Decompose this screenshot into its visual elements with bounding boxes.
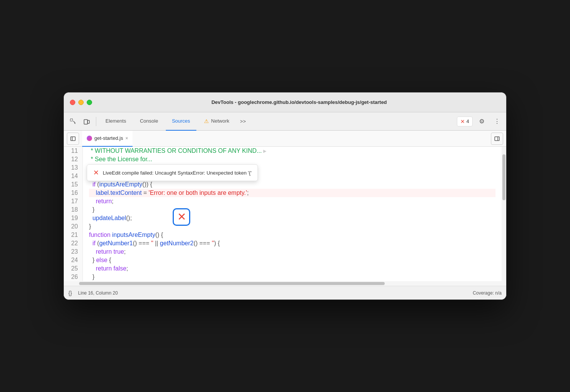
- code-line-22: if ( getNumber1 () === '' || getNumber2 …: [89, 239, 496, 248]
- code-line-24: } else {: [89, 256, 496, 264]
- code-line-19: updateLabel ();: [89, 214, 496, 222]
- line-num-18: 18: [68, 206, 78, 214]
- line-num-19: 19: [68, 214, 78, 222]
- file-tab-color-icon: [87, 136, 92, 141]
- cursor-position: Line 16, Column 20: [78, 290, 118, 296]
- svg-rect-5: [495, 137, 499, 141]
- line-num-22: 22: [68, 239, 78, 248]
- devtools-toolbar: Elements Console Sources ⚠ Network >> ✕ …: [64, 112, 506, 131]
- line-numbers: 11 12 13 14 15 16 17 18 19 20 21 22 23 2…: [64, 147, 83, 281]
- network-warning-icon: ⚠: [204, 118, 209, 124]
- svg-rect-2: [87, 120, 89, 123]
- window-title: DevTools - googlechrome.github.io/devtoo…: [98, 99, 500, 105]
- minimize-button[interactable]: [78, 100, 84, 105]
- line-num-23: 23: [68, 248, 78, 256]
- code-line-16: label . textContent = 'Error: one or bot…: [89, 189, 496, 197]
- code-line-11: * WITHOUT WARRANTIES OR CONDITIONS OF AN…: [89, 147, 496, 155]
- error-circle-overlay: ✕: [173, 208, 190, 226]
- error-tooltip-message: LiveEdit compile failed: Uncaught Syntax…: [103, 170, 251, 176]
- code-line-15: if ( inputsAreEmpty ()) {: [89, 180, 496, 189]
- horizontal-scrollbar-thumb[interactable]: [79, 282, 385, 285]
- file-tab-name: get-started.js: [94, 135, 123, 141]
- close-button[interactable]: [70, 100, 75, 105]
- code-line-17: return ;: [89, 197, 496, 206]
- vertical-scrollbar[interactable]: [502, 147, 506, 281]
- line-num-13: 13: [68, 164, 78, 172]
- line-num-24: 24: [68, 256, 78, 264]
- file-tab-close-button[interactable]: ×: [125, 136, 128, 141]
- device-toggle-icon[interactable]: [81, 115, 93, 128]
- toolbar-divider-1: [96, 117, 96, 126]
- line-num-12: 12: [68, 155, 78, 164]
- devtools-window: DevTools - googlechrome.github.io/devtoo…: [63, 92, 507, 300]
- error-badge-icon: ✕: [460, 118, 465, 125]
- error-tooltip-icon: ✕: [93, 168, 99, 177]
- more-tabs-button[interactable]: >>: [237, 118, 249, 124]
- line-num-20: 20: [68, 222, 78, 231]
- settings-icon[interactable]: ⚙: [476, 115, 488, 128]
- error-circle-icon: ✕: [177, 212, 186, 222]
- code-line-23: return true ;: [89, 248, 496, 256]
- line-num-14: 14: [68, 172, 78, 180]
- code-area: ✕ LiveEdit compile failed: Uncaught Synt…: [64, 147, 506, 286]
- line-num-17: 17: [68, 197, 78, 206]
- more-options-icon[interactable]: ⋮: [491, 115, 503, 128]
- error-tooltip: ✕ LiveEdit compile failed: Uncaught Synt…: [87, 164, 258, 181]
- file-tab-get-started[interactable]: get-started.js ×: [82, 131, 133, 147]
- maximize-button[interactable]: [87, 100, 92, 105]
- line-num-16: 16: [68, 189, 78, 197]
- horizontal-scrollbar[interactable]: [64, 281, 506, 286]
- select-element-icon[interactable]: [67, 115, 79, 128]
- code-line-20: }: [89, 222, 496, 231]
- format-braces-icon[interactable]: {}: [68, 290, 72, 296]
- line-num-11: 11: [68, 147, 78, 155]
- line-num-21: 21: [68, 231, 78, 239]
- coverage-status: Coverage: n/a: [473, 290, 502, 296]
- title-bar: DevTools - googlechrome.github.io/devtoo…: [64, 92, 506, 112]
- line-num-26: 26: [68, 273, 78, 281]
- toolbar-right: ✕ 4 ⚙ ⋮: [457, 115, 503, 128]
- line-num-15: 15: [68, 180, 78, 189]
- svg-rect-3: [71, 137, 75, 141]
- status-bar: {} Line 16, Column 20 Coverage: n/a: [64, 286, 506, 300]
- collapse-right-button[interactable]: [491, 133, 503, 145]
- svg-rect-1: [84, 120, 87, 124]
- error-count: 4: [466, 118, 469, 124]
- code-line-25: return false ;: [89, 264, 496, 273]
- svg-rect-0: [70, 119, 73, 121]
- code-line-18: }: [89, 206, 496, 214]
- file-tabs-bar: get-started.js ×: [64, 131, 506, 147]
- code-line-12: * See the License for...: [89, 155, 496, 164]
- line-num-25: 25: [68, 264, 78, 273]
- sidebar-toggle-button[interactable]: [67, 133, 79, 145]
- traffic-lights: [70, 100, 92, 105]
- code-line-21: function inputsAreEmpty () {: [89, 231, 496, 239]
- tab-elements[interactable]: Elements: [99, 112, 132, 131]
- vertical-scrollbar-thumb[interactable]: [502, 154, 505, 200]
- error-badge[interactable]: ✕ 4: [457, 117, 473, 126]
- tab-network[interactable]: ⚠ Network: [198, 112, 236, 131]
- code-line-26: }: [89, 273, 496, 281]
- tab-console[interactable]: Console: [134, 112, 164, 131]
- tab-sources[interactable]: Sources: [166, 112, 196, 131]
